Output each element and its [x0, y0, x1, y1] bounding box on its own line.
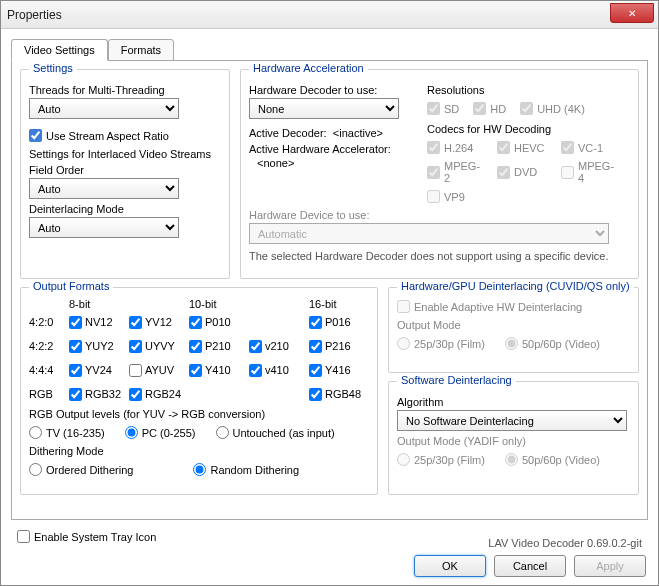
rgb-untouched-radio[interactable] [216, 426, 229, 439]
hw-device-select: Automatic [249, 223, 609, 244]
row-420: 4:2:0 [29, 316, 69, 328]
field-order-label: Field Order [29, 164, 221, 176]
codec-mpeg4-checkbox [561, 166, 574, 179]
res-hd-checkbox [473, 102, 486, 115]
hwdeint-film-radio [397, 337, 410, 350]
hdr-10bit: 10-bit [189, 298, 309, 310]
codec-h264-checkbox [427, 141, 440, 154]
enable-hw-deint-checkbox [397, 300, 410, 313]
hw-decoder-select[interactable]: None [249, 98, 399, 119]
hwdeint-legend: Hardware/GPU Deinterlacing (CUVID/QS onl… [397, 280, 634, 292]
swdeint-film-radio [397, 453, 410, 466]
chk-rgb48[interactable] [309, 388, 322, 401]
hdr-8bit: 8-bit [69, 298, 189, 310]
swdeint-algo-select[interactable]: No Software Deinterlacing [397, 410, 627, 431]
resolutions-label: Resolutions [427, 84, 630, 96]
version-label: LAV Video Decoder 0.69.0.2-git [488, 537, 642, 549]
res-uhd-label: UHD (4K) [537, 103, 585, 115]
use-stream-ar-label: Use Stream Aspect Ratio [46, 130, 169, 142]
active-accel-label: Active Hardware Accelerator: [249, 143, 419, 155]
tab-formats[interactable]: Formats [108, 39, 174, 61]
chk-nv12[interactable] [69, 316, 82, 329]
hw-device-label: Hardware Device to use: [249, 209, 630, 221]
cancel-button[interactable]: Cancel [494, 555, 566, 577]
hw-deint-group: Hardware/GPU Deinterlacing (CUVID/QS onl… [388, 287, 639, 373]
active-decoder-value: <inactive> [333, 127, 383, 139]
field-order-select[interactable]: Auto [29, 178, 179, 199]
swdeint-video-radio [505, 453, 518, 466]
swdeint-algo-label: Algorithm [397, 396, 630, 408]
chk-y416[interactable] [309, 364, 322, 377]
output-formats-group: Output Formats 8-bit 10-bit 16-bit 4:2:0… [20, 287, 378, 495]
chk-v410[interactable] [249, 364, 262, 377]
dither-ordered-radio[interactable] [29, 463, 42, 476]
chk-uyvy[interactable] [129, 340, 142, 353]
row-rgb: RGB [29, 388, 69, 400]
systray-label: Enable System Tray Icon [34, 531, 156, 543]
chk-yuy2[interactable] [69, 340, 82, 353]
res-hd-label: HD [490, 103, 506, 115]
outfmt-legend: Output Formats [29, 280, 113, 292]
rgb-tv-radio[interactable] [29, 426, 42, 439]
hw-accel-group: Hardware Acceleration Hardware Decoder t… [240, 69, 639, 279]
hw-legend: Hardware Acceleration [249, 62, 368, 74]
window-title: Properties [7, 8, 62, 22]
swdeint-legend: Software Deinterlacing [397, 374, 516, 386]
chk-yv24[interactable] [69, 364, 82, 377]
codec-vc1-checkbox [561, 141, 574, 154]
threads-label: Threads for Multi-Threading [29, 84, 221, 96]
chk-p010[interactable] [189, 316, 202, 329]
active-accel-value: <none> [257, 157, 419, 169]
settings-group: Settings Threads for Multi-Threading Aut… [20, 69, 230, 279]
dither-random-radio[interactable] [193, 463, 206, 476]
res-sd-label: SD [444, 103, 459, 115]
interlaced-settings-label: Settings for Interlaced Video Streams [29, 148, 221, 160]
rgb-levels-label: RGB Output levels (for YUV -> RGB conver… [29, 408, 369, 420]
active-decoder-label: Active Decoder: [249, 127, 327, 139]
row-444: 4:4:4 [29, 364, 69, 376]
tabs: Video Settings Formats [11, 39, 648, 61]
chk-ayuv[interactable] [129, 364, 142, 377]
codec-dvd-checkbox [497, 166, 510, 179]
systray-checkbox[interactable] [17, 530, 30, 543]
chk-yv12[interactable] [129, 316, 142, 329]
close-button[interactable]: ✕ [610, 3, 654, 23]
use-stream-ar-checkbox[interactable] [29, 129, 42, 142]
sw-deint-group: Software Deinterlacing Algorithm No Soft… [388, 381, 639, 495]
chk-v210[interactable] [249, 340, 262, 353]
codec-vp9-checkbox [427, 190, 440, 203]
dither-label: Dithering Mode [29, 445, 369, 457]
chk-p016[interactable] [309, 316, 322, 329]
threads-select[interactable]: Auto [29, 98, 179, 119]
codecs-label: Codecs for HW Decoding [427, 123, 630, 135]
tab-video-settings[interactable]: Video Settings [11, 39, 108, 61]
titlebar: Properties ✕ [1, 1, 658, 29]
hw-decoder-label: Hardware Decoder to use: [249, 84, 419, 96]
row-422: 4:2:2 [29, 340, 69, 352]
ok-button[interactable]: OK [414, 555, 486, 577]
res-sd-checkbox [427, 102, 440, 115]
chk-p216[interactable] [309, 340, 322, 353]
hwdeint-outmode-label: Output Mode [397, 319, 630, 331]
hwdeint-video-radio [505, 337, 518, 350]
apply-button[interactable]: Apply [574, 555, 646, 577]
codec-hevc-checkbox [497, 141, 510, 154]
deint-mode-select[interactable]: Auto [29, 217, 179, 238]
deint-mode-label: Deinterlacing Mode [29, 203, 221, 215]
swdeint-outmode-label: Output Mode (YADIF only) [397, 435, 630, 447]
chk-y410[interactable] [189, 364, 202, 377]
rgb-pc-radio[interactable] [125, 426, 138, 439]
chk-p210[interactable] [189, 340, 202, 353]
res-uhd-checkbox [520, 102, 533, 115]
hw-device-hint: The selected Hardware Decoder does not s… [249, 250, 630, 262]
chk-rgb24[interactable] [129, 388, 142, 401]
chk-rgb32[interactable] [69, 388, 82, 401]
codec-mpeg2-checkbox [427, 166, 440, 179]
hdr-16bit: 16-bit [309, 298, 369, 310]
settings-legend: Settings [29, 62, 77, 74]
